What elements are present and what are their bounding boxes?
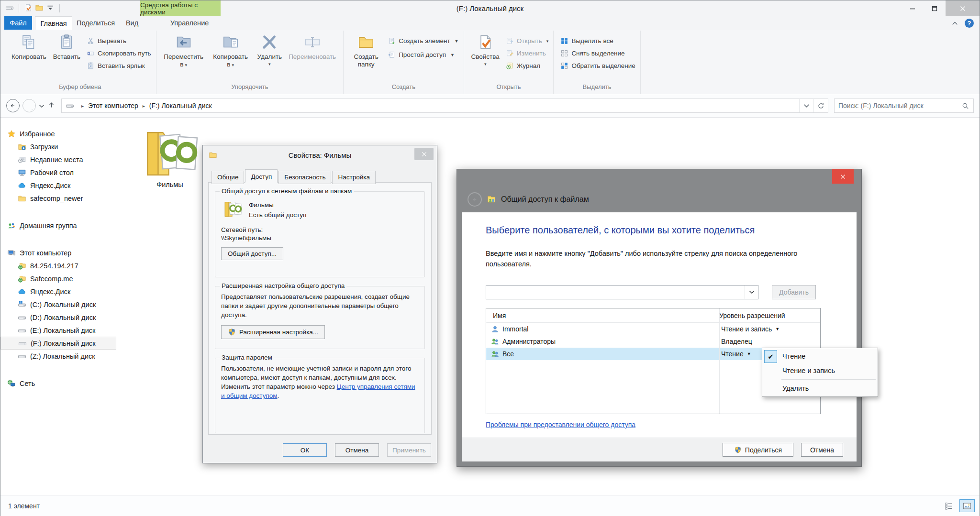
properties-button[interactable]: Свойства▾ — [468, 31, 503, 66]
sidebar-item-recent-places[interactable]: Недавние места — [0, 153, 123, 166]
uac-shield-icon — [734, 446, 742, 454]
tab-general[interactable]: Общие — [212, 171, 244, 184]
desktop-icon — [18, 168, 26, 177]
sidebar-item-safecomp-me[interactable]: Safecomp.me — [0, 272, 123, 285]
cancel-button[interactable]: Отмена — [335, 443, 379, 457]
tab-security[interactable]: Безопасность — [278, 171, 331, 184]
back-button[interactable] — [6, 99, 20, 112]
minimize-button[interactable] — [902, 0, 924, 16]
sharing-close-button[interactable] — [832, 169, 854, 184]
history-button[interactable]: Журнал — [506, 62, 549, 70]
advanced-sharing-button[interactable]: Расширенная настройка... — [221, 325, 325, 339]
network-drive-icon — [18, 274, 26, 283]
sidebar-item-disk-d[interactable]: (D:) Локальный диск — [0, 311, 123, 324]
tab-manage[interactable]: Управление — [154, 16, 225, 30]
apply-button[interactable]: Применить — [387, 443, 431, 457]
address-bar[interactable]: ▸ Этот компьютер ▸ (F:) Локальный диск — [61, 99, 828, 113]
breadcrumb-current[interactable]: (F:) Локальный диск — [149, 102, 212, 110]
open-button[interactable]: Открыть▾ — [506, 37, 549, 45]
sidebar-item-network[interactable]: Сеть — [0, 377, 123, 390]
properties-close-button[interactable] — [414, 148, 434, 160]
cut-button[interactable]: Вырезать — [87, 37, 151, 45]
help-icon[interactable]: ? — [965, 19, 974, 28]
tab-share[interactable]: Поделиться — [72, 16, 119, 30]
delete-button[interactable]: Удалить▾ — [254, 31, 286, 66]
network-sharing-group: Общий доступ к сетевым файлам и папкам Ф… — [215, 191, 425, 277]
tab-customize[interactable]: Настройка — [332, 171, 375, 184]
sidebar-item-this-pc[interactable]: Этот компьютер — [0, 246, 123, 259]
view-details-button[interactable] — [941, 499, 957, 512]
rename-button[interactable]: Переименовать — [285, 31, 339, 61]
easy-access-button[interactable]: Простой доступ▼ — [388, 51, 458, 59]
qat-customize-button[interactable] — [46, 3, 55, 13]
sidebar-item-disk-f[interactable]: (F:) Локальный диск — [0, 337, 116, 350]
edit-icon — [506, 49, 514, 57]
user-row-immortal[interactable]: Immortal Чтение и запись▼ — [486, 323, 820, 335]
add-user-button[interactable]: Добавить — [772, 285, 816, 299]
search-input[interactable] — [838, 102, 961, 110]
forward-button[interactable] — [22, 99, 36, 112]
tab-view[interactable]: Вид — [119, 16, 145, 30]
user-row-administrators[interactable]: Администраторы Владелец — [486, 335, 820, 348]
sidebar-item-yandex-disk-2[interactable]: Яндекс.Диск — [0, 285, 123, 298]
sidebar-item-safecomp-newer[interactable]: safecomp_newer — [0, 192, 123, 205]
qat-properties-button[interactable] — [24, 3, 33, 13]
sidebar-item-ip-address[interactable]: 84.254.194.217 — [0, 259, 123, 272]
qat-new-folder-button[interactable] — [35, 3, 44, 13]
group-legend: Защита паролем — [220, 354, 274, 361]
sidebar-item-downloads[interactable]: Загрузки — [0, 140, 123, 153]
view-thumbnails-button[interactable] — [959, 499, 975, 512]
address-dropdown-button[interactable] — [799, 99, 813, 112]
copy-to-button[interactable]: Копировать в▾ — [207, 31, 254, 68]
select-all-button[interactable]: Выделить все — [560, 37, 635, 45]
menu-item-remove[interactable]: Удалить — [762, 381, 878, 395]
up-button[interactable] — [47, 101, 56, 110]
sidebar-item-homegroup[interactable]: Домашняя группа — [0, 219, 123, 232]
sidebar-item-yandex-disk[interactable]: Яндекс.Диск — [0, 179, 123, 192]
maximize-button[interactable] — [924, 0, 946, 16]
permission-dropdown[interactable]: Чтение▼ — [714, 350, 751, 358]
tab-home[interactable]: Главная — [35, 16, 72, 30]
user-combo-input[interactable] — [486, 285, 745, 299]
new-item-button[interactable]: Создать элемент▼ — [388, 37, 458, 45]
combo-dropdown-button[interactable] — [745, 285, 758, 299]
copy-button[interactable]: Копировать — [8, 31, 50, 61]
tab-file[interactable]: Файл — [4, 16, 32, 30]
back-button[interactable] — [468, 192, 482, 207]
dropdown-arrow-icon: ▾ — [484, 62, 487, 66]
share-confirm-button[interactable]: Поделиться — [723, 443, 793, 457]
sidebar-item-disk-c[interactable]: (C:) Локальный диск — [0, 298, 123, 311]
group-label-clipboard: Буфер обмена — [8, 81, 152, 90]
column-header-name[interactable]: Имя — [486, 312, 713, 319]
sharing-cancel-button[interactable]: Отмена — [801, 443, 843, 457]
invert-selection-button[interactable]: Обратить выделение — [560, 62, 635, 70]
move-to-button[interactable]: Переместить в▾ — [160, 31, 207, 68]
copy-path-button[interactable]: Скопировать путь — [87, 49, 151, 57]
tab-sharing[interactable]: Доступ — [245, 169, 278, 183]
menu-item-read-write[interactable]: Чтение и запись — [762, 363, 878, 378]
menu-item-read[interactable]: Чтение — [762, 349, 878, 363]
scissors-icon — [87, 37, 95, 45]
collapse-ribbon-icon[interactable] — [952, 19, 958, 27]
sharing-problems-link[interactable]: Проблемы при предоставлении общего досту… — [486, 421, 635, 428]
folder-item-label: Фильмы — [134, 181, 205, 188]
close-button[interactable] — [946, 0, 980, 16]
breadcrumb-this-pc[interactable]: Этот компьютер — [88, 102, 138, 110]
sidebar-item-desktop[interactable]: Рабочий стол — [0, 166, 123, 179]
sharing-dialog-titlebar: Общий доступ к файлам — [468, 192, 589, 207]
permission-dropdown[interactable]: Чтение и запись▼ — [714, 325, 780, 333]
refresh-button[interactable] — [813, 99, 828, 112]
select-none-button[interactable]: Снять выделение — [560, 49, 635, 57]
recent-locations-dropdown[interactable] — [39, 102, 45, 110]
folder-item-films[interactable]: Фильмы — [134, 124, 205, 188]
sidebar-item-disk-e[interactable]: (E:) Локальный диск — [0, 324, 123, 337]
sidebar-item-favorites[interactable]: Избранное — [0, 127, 123, 140]
sidebar-item-disk-z[interactable]: (Z:) Локальный диск — [0, 350, 123, 362]
new-folder-button[interactable]: Создать папку — [347, 31, 385, 68]
column-header-permission[interactable]: Уровень разрешений — [713, 312, 785, 319]
paste-button[interactable]: Вставить — [50, 31, 84, 61]
edit-button[interactable]: Изменить — [506, 49, 549, 57]
share-access-button[interactable]: Общий доступ... — [221, 247, 283, 260]
paste-shortcut-button[interactable]: Вставить ярлык — [87, 62, 151, 70]
ok-button[interactable]: ОК — [283, 443, 327, 457]
